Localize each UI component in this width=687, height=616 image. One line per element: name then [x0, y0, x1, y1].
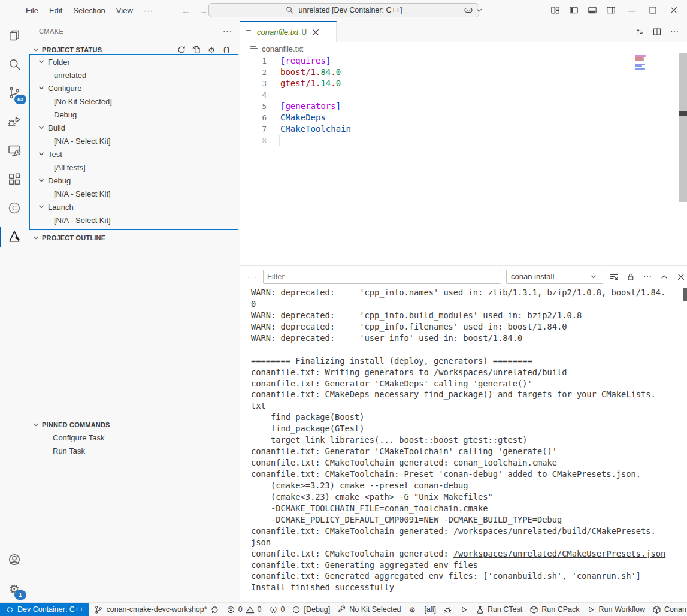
- minimap[interactable]: [635, 55, 647, 70]
- tree-item-debug[interactable]: Debug: [29, 108, 238, 121]
- minimize-button[interactable]: [627, 5, 637, 15]
- code-editor[interactable]: 1[requires]2boost/1.84.03gtest/1.14.045[…: [240, 55, 687, 151]
- back-button[interactable]: ←: [181, 5, 190, 16]
- activity-extensions[interactable]: [0, 165, 29, 194]
- more-actions-icon[interactable]: [643, 272, 652, 282]
- command-center[interactable]: unrelated [Dev Container: C++]: [208, 3, 479, 17]
- status-forwarded-ports[interactable]: 0: [265, 603, 289, 616]
- tree-item-all-tests[interactable]: [All tests]: [29, 161, 238, 174]
- status-cmake-launch[interactable]: [456, 603, 472, 616]
- code-line-4[interactable]: 4: [240, 89, 687, 101]
- tree-item-n-a-select-kit[interactable]: [N/A - Select Kit]: [29, 213, 238, 227]
- status-cmake-build-target[interactable]: [all]: [420, 603, 439, 616]
- code-line-2[interactable]: 2boost/1.84.0: [240, 67, 687, 78]
- status-problems[interactable]: 00: [223, 603, 265, 616]
- split-editor-icon[interactable]: [652, 27, 662, 37]
- status-cmake-debug[interactable]: [440, 603, 456, 616]
- pinned-command-configure-task[interactable]: Configure Task: [29, 431, 240, 444]
- tree-item-debug[interactable]: Debug: [29, 174, 238, 187]
- tree-item-n-a-select-kit[interactable]: [N/A - Select Kit]: [29, 134, 238, 147]
- output-link[interactable]: /workspaces/unrelated/build: [434, 367, 567, 377]
- code-line-8[interactable]: 8: [240, 135, 687, 146]
- status-bar: Dev Container: C++conan-cmake-devc-works…: [0, 602, 687, 616]
- status-remote-indicator[interactable]: Dev Container: C++: [0, 603, 89, 616]
- tree-item-unrelated[interactable]: unrelated: [29, 68, 238, 81]
- pinned-command-run-task[interactable]: Run Task: [29, 444, 240, 457]
- section-project-status[interactable]: PROJECT STATUS ⚙ {}: [29, 43, 240, 56]
- section-pinned-commands[interactable]: PINNED COMMANDS: [29, 418, 240, 431]
- code-line-1[interactable]: 1[requires]: [240, 55, 687, 67]
- tree-item-n-a-select-kit[interactable]: [N/A - Select Kit]: [29, 187, 238, 200]
- customize-layout-button[interactable]: [550, 5, 560, 15]
- status-cmake-build[interactable]: ⚙: [404, 603, 420, 616]
- copilot-menu[interactable]: [464, 5, 484, 15]
- status-label: Run CPack: [541, 605, 579, 614]
- tree-item-launch[interactable]: Launch: [29, 200, 238, 213]
- line-content: CMakeDeps: [267, 112, 326, 123]
- status-conan[interactable]: Conan: [649, 603, 687, 616]
- code-line-7[interactable]: 7CMakeToolchain: [240, 123, 687, 135]
- output-channel-select[interactable]: conan install: [506, 270, 603, 284]
- tree-item-folder[interactable]: Folder: [29, 55, 238, 68]
- activity-explorer[interactable]: [0, 21, 29, 50]
- scrollbar-thumb[interactable]: [679, 111, 687, 116]
- close-tab-icon[interactable]: [311, 28, 320, 37]
- tree-item-configure[interactable]: Configure: [29, 81, 238, 95]
- status-cmake-variant[interactable]: [Debug]: [288, 603, 334, 616]
- status-git-branch[interactable]: conan-cmake-devc-workshop*: [90, 603, 222, 616]
- toggle-panel-button[interactable]: [588, 5, 597, 15]
- menu-edit[interactable]: Edit: [44, 1, 68, 21]
- status-run-workflow[interactable]: Run Workflow: [583, 603, 649, 616]
- tab-conanfile[interactable]: conanfile.txt U: [240, 21, 337, 42]
- editor-scrollbar[interactable]: [679, 53, 687, 202]
- activity-accounts[interactable]: [0, 545, 29, 574]
- maximize-panel-icon[interactable]: [659, 272, 669, 282]
- toggle-primary-sidebar-button[interactable]: [569, 5, 579, 15]
- forward-button[interactable]: →: [199, 5, 208, 16]
- section-project-outline[interactable]: PROJECT OUTLINE: [29, 231, 240, 244]
- refresh-icon[interactable]: [177, 45, 186, 55]
- code-line-6[interactable]: 6CMakeDeps: [240, 112, 687, 123]
- sidebar-title-row: CMAKE ···: [39, 26, 232, 35]
- activity-source-control[interactable]: 63: [0, 78, 29, 107]
- open-changes-icon[interactable]: [635, 27, 644, 37]
- sidebar-more-button[interactable]: ···: [223, 26, 232, 35]
- breadcrumb[interactable]: conanfile.txt: [240, 42, 687, 55]
- activity-search[interactable]: [0, 50, 29, 78]
- activity-run-debug[interactable]: [0, 107, 29, 136]
- toggle-secondary-sidebar-button[interactable]: [606, 5, 616, 15]
- menu-more-button[interactable]: ···: [138, 6, 159, 15]
- output-link[interactable]: json: [251, 538, 271, 547]
- gear-icon[interactable]: ⚙: [207, 45, 216, 55]
- braces-icon[interactable]: {}: [222, 45, 231, 55]
- status-cmake-kit[interactable]: No Kit Selected: [334, 603, 404, 616]
- output-link[interactable]: /workspaces/unrelated/build/CMakePresets…: [453, 526, 656, 536]
- activity-settings[interactable]: ⚙1: [0, 574, 29, 603]
- menu-selection[interactable]: Selection: [68, 1, 110, 21]
- more-actions-icon[interactable]: [670, 27, 679, 37]
- tree-item-test[interactable]: Test: [29, 147, 238, 161]
- status-run-ctest[interactable]: Run CTest: [472, 603, 526, 616]
- close-panel-icon[interactable]: [676, 272, 686, 282]
- code-line-5[interactable]: 5[generators]: [240, 101, 687, 112]
- output-line: ======== Finalizing install (deploy, gen…: [251, 355, 687, 367]
- activity-cmake-tools[interactable]: [0, 222, 29, 251]
- activity-remote-explorer[interactable]: [0, 136, 29, 165]
- maximize-button[interactable]: [648, 5, 658, 15]
- clear-output-icon[interactable]: [609, 272, 619, 282]
- code-line-3[interactable]: 3gtest/1.14.0: [240, 78, 687, 89]
- filter-input[interactable]: [263, 270, 501, 284]
- delete-cache-reconfigure-icon[interactable]: [192, 45, 201, 55]
- tree-item-no-kit-selected[interactable]: [No Kit Selected]: [29, 95, 238, 108]
- status-run-cpack[interactable]: Run CPack: [526, 603, 583, 616]
- close-window-button[interactable]: [669, 5, 679, 15]
- tree-item-build[interactable]: Build: [29, 121, 238, 134]
- menu-view[interactable]: View: [111, 1, 138, 21]
- activity-c-extension[interactable]: C: [0, 194, 29, 222]
- menu-file[interactable]: File: [20, 1, 44, 21]
- panel-tabs-overflow-button[interactable]: ···: [247, 272, 257, 281]
- output-link[interactable]: /workspaces/unrelated/CMakeUserPresets.j…: [453, 549, 665, 558]
- line-content: [267, 135, 280, 146]
- lock-autoscroll-icon[interactable]: [626, 272, 635, 282]
- panel-scrollbar-thumb[interactable]: [683, 288, 687, 301]
